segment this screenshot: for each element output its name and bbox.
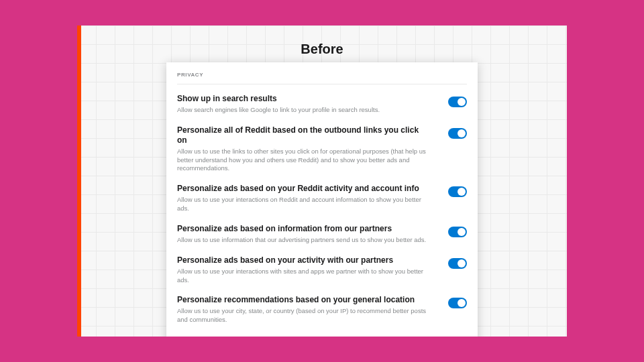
- setting-text: Personalize recommendations based on you…: [177, 295, 431, 324]
- setting-row: Personalize recommendations based on you…: [177, 295, 467, 324]
- setting-row: Personalize ads based on information fro…: [177, 224, 467, 245]
- setting-title: Personalize recommendations based on you…: [177, 335, 431, 337]
- setting-row: Personalize all of Reddit based on the o…: [177, 125, 467, 173]
- section-label: PRIVACY: [177, 72, 467, 84]
- accent-bar: [77, 25, 81, 337]
- setting-text: Personalize all of Reddit based on the o…: [177, 125, 431, 173]
- setting-toggle[interactable]: [448, 128, 467, 139]
- setting-row: Show up in search results Allow search e…: [177, 94, 467, 115]
- setting-description: Allow us to use information that our adv…: [177, 236, 431, 245]
- setting-toggle[interactable]: [448, 227, 467, 237]
- setting-text: Personalize ads based on your activity w…: [177, 255, 431, 285]
- setting-row: Personalize recommendations based on you…: [177, 335, 467, 337]
- setting-title: Show up in search results: [177, 94, 431, 104]
- setting-row: Personalize ads based on your Reddit act…: [177, 184, 467, 213]
- setting-title: Personalize recommendations based on you…: [177, 295, 431, 305]
- setting-text: Personalize ads based on information fro…: [177, 224, 431, 245]
- setting-row: Personalize ads based on your activity w…: [177, 255, 467, 285]
- setting-title: Personalize ads based on your activity w…: [177, 255, 431, 265]
- setting-title: Personalize ads based on your Reddit act…: [177, 184, 431, 194]
- setting-description: Allow search engines like Google to link…: [177, 106, 431, 115]
- setting-toggle[interactable]: [448, 258, 467, 269]
- setting-toggle[interactable]: [448, 97, 467, 107]
- setting-title: Personalize all of Reddit based on the o…: [177, 125, 431, 145]
- setting-description: Allow us to use the links to other sites…: [177, 147, 431, 173]
- page-title: Before: [77, 42, 567, 57]
- setting-toggle[interactable]: [448, 298, 467, 308]
- setting-text: Show up in search results Allow search e…: [177, 94, 431, 115]
- setting-description: Allow us to use your city, state, or cou…: [177, 307, 431, 324]
- privacy-settings-card: PRIVACY Show up in search results Allow …: [166, 62, 478, 337]
- setting-text: Personalize recommendations based on you…: [177, 335, 431, 337]
- screenshot-backdrop: Before PRIVACY Show up in search results…: [77, 25, 567, 337]
- setting-description: Allow us to use your interactions with s…: [177, 267, 431, 285]
- setting-toggle[interactable]: [448, 186, 467, 197]
- setting-description: Allow us to use your interactions on Red…: [177, 196, 431, 213]
- setting-text: Personalize ads based on your Reddit act…: [177, 184, 431, 213]
- setting-title: Personalize ads based on information fro…: [177, 224, 431, 234]
